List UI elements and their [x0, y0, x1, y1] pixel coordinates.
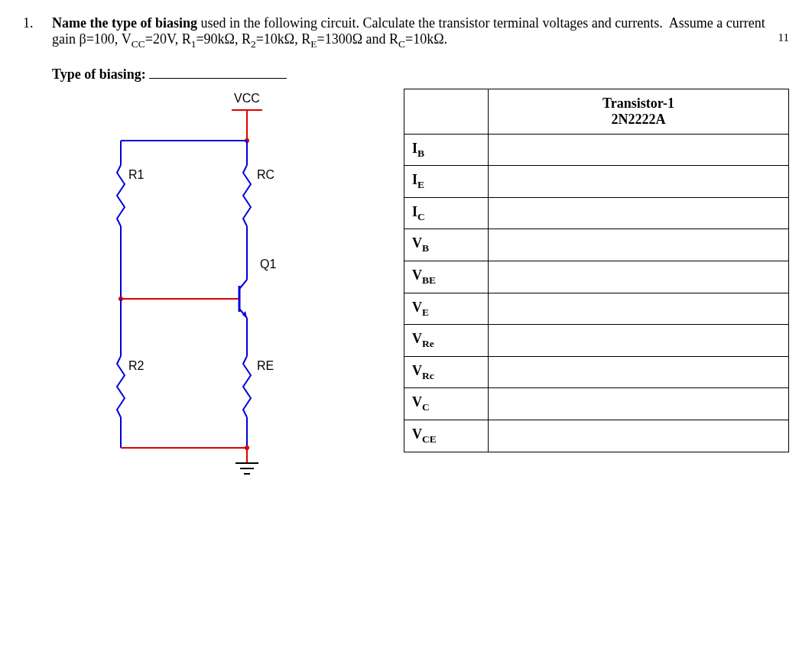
type-label: Type of biasing:	[52, 66, 146, 82]
value-cell[interactable]	[489, 388, 789, 420]
question-number: 1.	[23, 15, 41, 31]
param-cell: IB	[404, 134, 489, 166]
param-cell: VB	[404, 229, 489, 261]
table-row: VC	[404, 388, 789, 420]
table-row: IC	[404, 197, 789, 229]
question-row: 1. Name the type of biasing used in the …	[23, 15, 789, 490]
value-cell[interactable]	[489, 293, 789, 325]
table-row: IB	[404, 134, 789, 166]
type-blank-field[interactable]	[149, 64, 287, 79]
value-cell[interactable]	[489, 325, 789, 357]
label-re: RE	[257, 359, 274, 372]
label-r2: R2	[128, 359, 145, 372]
value-cell[interactable]	[489, 197, 789, 229]
table-row: VCE	[404, 420, 789, 452]
results-tbody: IBIEICVBVBEVEVReVRcVCVCE	[404, 134, 789, 452]
table-row: IE	[404, 166, 789, 198]
content-row: VCC R1 R2	[52, 89, 789, 490]
header-blank	[404, 89, 489, 134]
label-rc: RC	[257, 168, 274, 181]
label-r1: R1	[128, 168, 145, 181]
param-cell: VE	[404, 293, 489, 325]
value-cell[interactable]	[489, 356, 789, 388]
question-body: Name the type of biasing used in the fol…	[52, 15, 789, 490]
svg-line-13	[239, 280, 247, 289]
header-transistor: Transistor-12N2222A	[489, 89, 789, 134]
value-cell[interactable]	[489, 420, 789, 452]
value-cell[interactable]	[489, 261, 789, 293]
table-row: VBE	[404, 261, 789, 293]
value-cell[interactable]	[489, 166, 789, 198]
table-row: VRe	[404, 325, 789, 357]
prompt-text: Name the type of biasing used in the fol…	[52, 15, 765, 47]
table-row: VRc	[404, 356, 789, 388]
page-number: 11	[778, 31, 789, 44]
label-q1: Q1	[260, 258, 276, 271]
results-table-box: Transistor-12N2222A IBIEICVBVBEVEVReVRcV…	[404, 89, 789, 452]
param-cell: VBE	[404, 261, 489, 293]
value-cell[interactable]	[489, 134, 789, 166]
table-row: VE	[404, 293, 789, 325]
question-prompt: Name the type of biasing used in the fol…	[52, 15, 789, 50]
param-cell: VRe	[404, 325, 489, 357]
circuit-diagram: VCC R1 R2	[52, 89, 373, 490]
label-vcc: VCC	[234, 92, 260, 105]
value-cell[interactable]	[489, 229, 789, 261]
type-of-biasing-line: Type of biasing:	[52, 64, 789, 83]
results-table: Transistor-12N2222A IBIEICVBVBEVEVReVRcV…	[404, 89, 789, 452]
param-cell: VRc	[404, 356, 489, 388]
param-cell: VCE	[404, 420, 489, 452]
table-row: VB	[404, 229, 789, 261]
param-cell: VC	[404, 388, 489, 420]
param-cell: IC	[404, 197, 489, 229]
param-cell: IE	[404, 166, 489, 198]
